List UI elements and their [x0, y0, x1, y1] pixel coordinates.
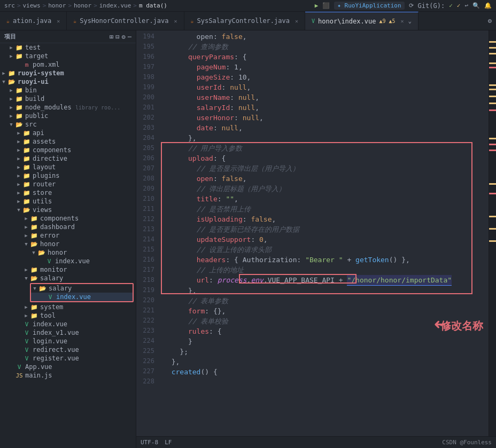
tree-item-plugins[interactable]: ▶ 📁 plugins: [0, 171, 136, 180]
tree-item-pom[interactable]: m pom.xml: [0, 60, 136, 69]
tree-item-index-vue-honor[interactable]: V index.vue: [0, 257, 136, 265]
tab-menu-icon[interactable]: ⌄: [408, 18, 412, 25]
folder-icon-target: 📁: [15, 53, 24, 60]
tree-item-salary-sub-highlighted[interactable]: ▼ 📂 salary V index.vue: [30, 283, 134, 302]
tree-item-assets[interactable]: ▶ 📁 assets: [0, 137, 136, 146]
tree-item-monitor[interactable]: ▶ 📁 monitor: [0, 265, 136, 274]
toolbar-collapse-icon[interactable]: ⊟: [115, 33, 119, 41]
marker-warning-11: [489, 216, 496, 217]
tree-item-api[interactable]: ▶ 📁 api: [0, 129, 136, 137]
code-lines[interactable]: ➜ 修改名称 open: false, // 查询参数 queryParams:…: [159, 30, 489, 436]
folder-icon-node-modules: 📁: [15, 104, 24, 111]
marker-warning-9: [489, 138, 496, 139]
code-line-228: created() {: [159, 367, 489, 377]
tree-item-layout[interactable]: ▶ 📁 layout: [0, 163, 136, 171]
toolbar-settings-icon[interactable]: ⚙: [122, 33, 126, 41]
folder-icon-directive: 📁: [22, 155, 31, 162]
toolbar-more-icon[interactable]: ⋯: [128, 33, 131, 41]
arrow-layout: ▶: [15, 164, 22, 170]
arrow-ruoyi-ui: ▼: [0, 79, 7, 84]
tree-item-tool[interactable]: ▶ 📁 tool: [0, 311, 136, 320]
toolbar-icon-bell[interactable]: 🔔: [484, 2, 492, 9]
tree-item-redirect[interactable]: V redirect.vue: [0, 345, 136, 354]
tab-close-ation[interactable]: ✕: [57, 18, 60, 24]
tree-item-views[interactable]: ▼ 📂 views: [0, 206, 136, 214]
tab-right-controls: ⚙: [484, 12, 496, 30]
tree-item-store[interactable]: ▶ 📁 store: [0, 188, 136, 197]
tab-close-syshonor[interactable]: ✕: [174, 18, 177, 24]
tree-item-login[interactable]: V login.vue: [0, 337, 136, 345]
folder-icon-monitor: 📁: [30, 266, 38, 273]
arrow-monitor: ▶: [22, 267, 30, 272]
toolbar-icon-git[interactable]: Git(G):: [418, 2, 445, 10]
tab-syshonor-label: SysHonorController.java: [80, 17, 168, 25]
breadcrumb-indexvue[interactable]: index.vue: [99, 2, 131, 9]
tab-syshonor[interactable]: ☕ SysHonorController.java ✕: [67, 12, 184, 30]
tree-item-index-root[interactable]: V index.vue: [0, 320, 136, 328]
arrow-v-components: ▶: [22, 216, 30, 221]
tree-item-test[interactable]: ▶ 📁 test: [0, 43, 136, 52]
right-scrollbar[interactable]: [489, 30, 496, 436]
tree-item-bin[interactable]: ▶ 📁 bin: [0, 86, 136, 95]
breadcrumb-honor1[interactable]: honor: [48, 2, 66, 9]
toolbar-icon-debug[interactable]: ⬛: [322, 2, 330, 9]
tree-item-public[interactable]: ▶ 📁 public: [0, 112, 136, 120]
toolbar-icon-run[interactable]: ▶: [315, 2, 319, 9]
code-line-200: userName: null,: [159, 92, 489, 103]
tree-item-ruoyi-ui[interactable]: ▼ 📂 ruoyi-ui: [0, 77, 136, 86]
tree-item-system[interactable]: ▶ 📁 system: [0, 303, 136, 311]
marker-warning-8: [489, 103, 496, 104]
tree-item-error[interactable]: ▶ 📁 error: [0, 231, 136, 240]
breadcrumb-data[interactable]: m data(): [139, 2, 167, 9]
tree-item-target[interactable]: ▶ 📁 target: [0, 52, 136, 60]
code-line-226: };: [159, 347, 489, 357]
tree-item-ruoyi-system[interactable]: ▶ 📁 ruoyi-system: [0, 69, 136, 77]
arrow-build: ▶: [7, 96, 15, 101]
tree-item-honor-view[interactable]: ▼ 📂 honor: [0, 240, 136, 248]
tree-item-app[interactable]: V App.vue: [0, 363, 136, 371]
toolbar-icon-search[interactable]: 🔍: [472, 2, 480, 9]
tree-item-node-modules[interactable]: ▶ 📁 node_modules library roo...: [0, 103, 136, 112]
java-icon3: ☕: [191, 18, 194, 24]
tree-item-register[interactable]: V register.vue: [0, 354, 136, 363]
vue-icon-app: V: [15, 364, 24, 371]
marker-error-3: [489, 144, 496, 145]
tree-item-honor-sub[interactable]: ▼ 📂 honor: [0, 248, 136, 257]
toolbar-icon-check[interactable]: ✓: [449, 2, 453, 9]
folder-icon-build: 📁: [15, 96, 24, 103]
tab-close-syssalary[interactable]: ✕: [295, 18, 298, 24]
arrow-node-modules: ▶: [7, 105, 15, 110]
tree-item-directive[interactable]: ▶ 📁 directive: [0, 154, 136, 163]
marker-warning-3: [489, 53, 496, 54]
tab-settings-icon[interactable]: ⚙: [488, 17, 492, 25]
tree-item-dashboard[interactable]: ▶ 📁 dashboard: [0, 223, 136, 231]
tree-item-build[interactable]: ▶ 📁 build: [0, 95, 136, 103]
tab-close-honor[interactable]: ✕: [401, 18, 404, 24]
tree-item-v-components[interactable]: ▶ 📁 components: [0, 214, 136, 223]
label-login: login.vue: [31, 337, 136, 345]
tree-item-index-v1[interactable]: V index_v1.vue: [0, 328, 136, 337]
tree-item-components[interactable]: ▶ 📁 components: [0, 146, 136, 154]
folder-icon-bin: 📁: [15, 87, 24, 94]
label-app: App.vue: [24, 363, 136, 371]
code-line-218: url: process.env.VUE_APP_BASE_API + "/ho…: [159, 275, 489, 286]
tree-item-utils[interactable]: ▶ 📁 utils: [0, 197, 136, 206]
label-salary-sub: salary: [47, 285, 133, 292]
tree-item-salary-view[interactable]: ▼ 📂 salary: [0, 274, 136, 282]
toolbar-icon-undo[interactable]: ↩: [464, 2, 468, 9]
java-icon: ☕: [6, 18, 10, 24]
code-line-213: // 是否更新已经存在的用户数据: [159, 224, 489, 234]
label-views: views: [31, 206, 136, 214]
tab-honorindex[interactable]: V honor\index.vue ▲9 ▲5 ✕ ⌄: [305, 12, 418, 30]
tree-item-mainjs[interactable]: JS main.js: [0, 371, 136, 380]
tree-item-src[interactable]: ▼ 📂 src: [0, 120, 136, 129]
arrow-tool: ▶: [22, 313, 30, 318]
tab-syssalary[interactable]: ☕ SysSalaryController.java ✕: [184, 12, 305, 30]
breadcrumb-honor2[interactable]: honor: [74, 2, 91, 9]
tab-ation[interactable]: ☕ ation.java ✕: [0, 12, 67, 30]
tree-item-router[interactable]: ▶ 📁 router: [0, 180, 136, 188]
toolbar-icon-refresh[interactable]: ⟳: [409, 2, 414, 9]
breadcrumb-views[interactable]: views: [23, 2, 41, 9]
toolbar-expand-icon[interactable]: ⊞: [110, 33, 113, 41]
breadcrumb-src[interactable]: src: [4, 2, 15, 9]
